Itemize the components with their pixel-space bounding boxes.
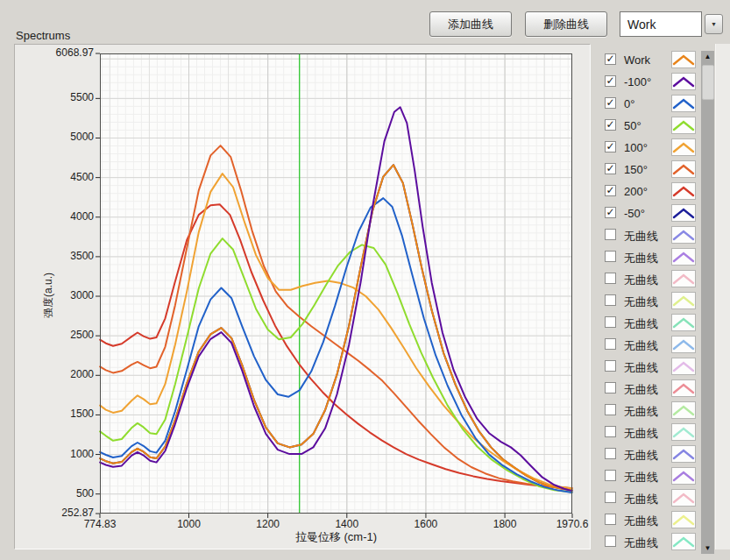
scroll-down-icon[interactable]: ▼: [701, 542, 714, 554]
legend-row: ✓0°: [599, 95, 715, 114]
legend-color-sample[interactable]: [671, 117, 696, 134]
legend-checkbox-unchecked[interactable]: [605, 426, 616, 437]
curve-style-icon: [672, 380, 695, 396]
legend-checkbox-checked[interactable]: ✓: [605, 75, 616, 87]
legend-checkbox-unchecked[interactable]: [605, 229, 616, 240]
plot-area[interactable]: [100, 53, 572, 514]
curve-style-icon: [672, 534, 695, 549]
legend-row: ✓-100°: [599, 73, 715, 92]
x-tick-label: 1200: [240, 518, 296, 530]
legend-color-sample[interactable]: [671, 358, 696, 375]
legend-checkbox-unchecked[interactable]: [605, 294, 616, 306]
curve-selector[interactable]: Work: [620, 11, 702, 37]
legend-label: 无曲线: [624, 382, 658, 398]
curve-style-icon: [672, 205, 695, 221]
legend-color-sample[interactable]: [671, 160, 696, 178]
legend-checkbox-unchecked[interactable]: [605, 360, 616, 372]
legend-color-sample[interactable]: [671, 401, 696, 419]
curve-selector-arrow-button[interactable]: ▼: [705, 14, 723, 34]
legend-color-sample[interactable]: [671, 489, 696, 507]
legend-label: 0°: [624, 97, 634, 110]
legend-label: 150°: [624, 163, 648, 176]
legend-color-sample[interactable]: [671, 314, 696, 331]
y-tick-label: 2000: [15, 368, 94, 380]
graph-widget: 6068.97550050004500400035003000250020001…: [14, 44, 591, 549]
legend-color-sample[interactable]: [671, 379, 696, 397]
legend-label: 无曲线: [624, 404, 658, 420]
legend-checkbox-unchecked[interactable]: [605, 514, 616, 525]
legend-color-sample[interactable]: [671, 336, 696, 353]
x-tick-label: 774.83: [72, 518, 128, 530]
curve-style-icon: [672, 512, 695, 528]
y-axis-title: 强度(a.u.): [41, 273, 56, 318]
legend-checkbox-unchecked[interactable]: [605, 273, 616, 284]
curve-style-icon: [672, 227, 695, 243]
y-tick-label: 3500: [15, 250, 94, 262]
legend-color-sample[interactable]: [671, 95, 696, 112]
legend-color-sample[interactable]: [671, 226, 696, 244]
x-tick-label: 1000: [160, 518, 216, 530]
legend-checkbox-checked[interactable]: ✓: [605, 53, 616, 65]
legend-panel-edge: [715, 44, 730, 549]
legend-label: 无曲线: [624, 448, 658, 464]
legend-color-sample[interactable]: [671, 51, 696, 68]
legend-checkbox-checked[interactable]: ✓: [605, 185, 616, 196]
legend-color-sample[interactable]: [671, 204, 696, 222]
add-curve-button[interactable]: 添加曲线: [429, 11, 512, 37]
legend-checkbox-unchecked[interactable]: [605, 382, 616, 393]
legend-checkbox-checked[interactable]: ✓: [605, 207, 616, 218]
legend-checkbox-unchecked[interactable]: [605, 404, 616, 415]
legend-label: 无曲线: [624, 470, 658, 486]
x-tick-label: 1970.6: [544, 518, 600, 530]
legend-row: 无曲线: [599, 533, 715, 552]
legend-label: 无曲线: [624, 251, 658, 266]
legend-color-sample[interactable]: [671, 73, 696, 90]
legend-color-sample[interactable]: [671, 270, 696, 287]
legend-row: 无曲线: [599, 358, 715, 377]
legend-label: 无曲线: [624, 360, 658, 376]
legend-checkbox-unchecked[interactable]: [605, 535, 616, 547]
legend-checkbox-unchecked[interactable]: [605, 470, 616, 481]
curve-style-icon: [672, 117, 695, 133]
curve-style-icon: [672, 183, 695, 199]
legend-checkbox-checked[interactable]: ✓: [605, 141, 616, 152]
legend-row: 无曲线: [599, 379, 715, 399]
legend-row: 无曲线: [599, 445, 715, 464]
legend-color-sample[interactable]: [671, 138, 696, 156]
legend-color-sample[interactable]: [671, 292, 696, 309]
y-tick-label: 6068.97: [15, 46, 94, 59]
legend-checkbox-checked[interactable]: ✓: [605, 97, 616, 109]
y-tick-label: 5000: [15, 131, 94, 143]
x-tick-label: 1400: [319, 518, 375, 530]
curve-style-icon: [672, 74, 695, 89]
delete-curve-button[interactable]: 删除曲线: [525, 11, 607, 37]
legend-color-sample[interactable]: [671, 248, 696, 266]
curve-style-icon: [672, 139, 695, 155]
legend-checkbox-unchecked[interactable]: [605, 338, 616, 350]
legend-color-sample[interactable]: [671, 445, 696, 463]
legend-color-sample[interactable]: [671, 182, 696, 200]
y-tick-label: 252.87: [15, 507, 94, 519]
legend-scrollbar[interactable]: ▲ ▼: [701, 51, 714, 554]
legend-row: 无曲线: [599, 467, 715, 486]
legend-row: 无曲线: [599, 423, 715, 443]
legend-color-sample[interactable]: [671, 511, 696, 528]
legend-color-sample[interactable]: [671, 533, 696, 550]
legend-checkbox-unchecked[interactable]: [605, 492, 616, 503]
curve-style-icon: [672, 468, 695, 484]
curve-style-icon: [672, 96, 695, 111]
y-tick-label: 1500: [15, 408, 94, 420]
legend-label: 50°: [624, 119, 641, 132]
scroll-up-icon[interactable]: ▲: [701, 51, 714, 62]
legend-checkbox-unchecked[interactable]: [605, 316, 616, 328]
legend-row: 无曲线: [599, 401, 715, 421]
legend-row: 无曲线: [599, 336, 715, 355]
y-tick-label: 500: [15, 487, 94, 500]
legend-checkbox-checked[interactable]: ✓: [605, 163, 616, 174]
legend-color-sample[interactable]: [671, 423, 696, 441]
legend-checkbox-checked[interactable]: ✓: [605, 119, 616, 131]
legend-color-sample[interactable]: [671, 467, 696, 485]
legend-checkbox-unchecked[interactable]: [605, 448, 616, 459]
scrollbar-thumb[interactable]: [702, 65, 714, 100]
legend-checkbox-unchecked[interactable]: [605, 251, 616, 262]
